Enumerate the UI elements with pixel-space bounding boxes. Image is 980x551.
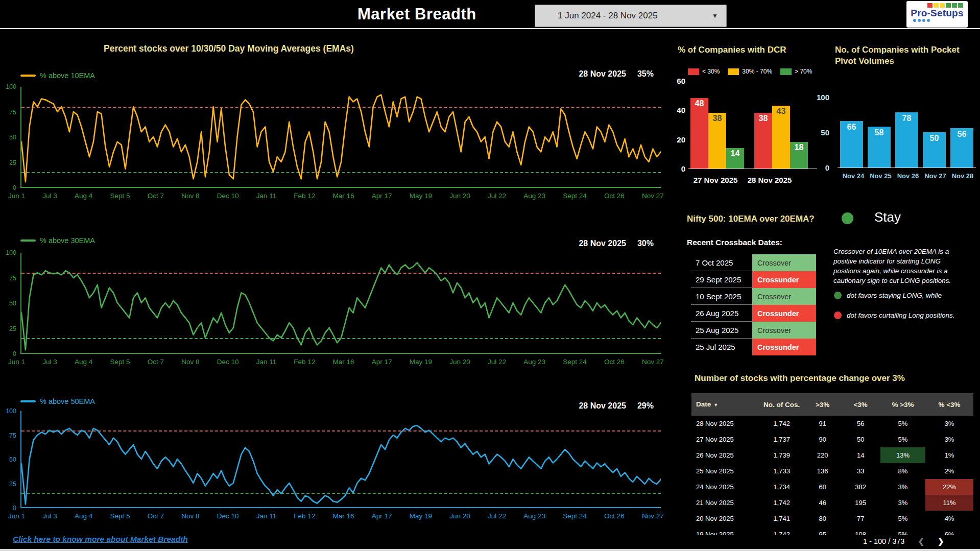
date-range-dropdown[interactable]: 1 Jun 2024 - 28 Nov 2025 ▼ <box>535 5 727 27</box>
legend-line-icon <box>20 239 36 242</box>
x-tick: Oct 7 <box>148 192 164 200</box>
table-cell: 46 <box>804 495 841 511</box>
y-tick: 50 <box>9 300 16 307</box>
bar-value-label: 14 <box>726 149 744 158</box>
table-cell: 1,742 <box>759 495 804 511</box>
column-header[interactable]: Date▼ <box>691 400 759 409</box>
table-row: 28 Nov 20251,74291565%3% <box>691 416 973 432</box>
logo-text: Pro-Setups <box>910 8 964 19</box>
table-row: 25 Nov 20251,733136338%2% <box>691 463 973 479</box>
legend-swatch-icon <box>780 68 792 75</box>
table-row: 24 Nov 20251,734603823%22% <box>691 479 973 495</box>
x-tick: Nov 27 <box>642 358 664 366</box>
y-axis-labels: 1007550250 <box>0 411 17 508</box>
table-cell: 3% <box>880 479 925 495</box>
pocket-pivot-category-labels: Nov 24Nov 25Nov 26Nov 27Nov 28 <box>840 172 976 180</box>
dcr-legend-item: 30% - 70% <box>728 68 772 75</box>
x-axis-labels: Jun 1Jul 3Aug 4Sept 5Oct 7Nov 8Dec 10Jan… <box>8 512 664 520</box>
next-page-icon[interactable]: ❯ <box>938 537 944 546</box>
table-cell: 3% <box>925 416 973 432</box>
column-header[interactable]: % <3% <box>925 401 973 409</box>
dcr-bar-group: 483814 <box>690 98 744 169</box>
y-tick: 100 <box>817 93 829 102</box>
latest-value-annotation: 28 Nov 202530% <box>531 239 654 248</box>
bar-value-label: 38 <box>708 114 726 123</box>
column-header[interactable]: No. of Cos. <box>759 401 804 409</box>
pct-change-table-title: Number of stocks with percentage change … <box>695 373 905 384</box>
pocket-pivot-baseline <box>838 167 976 168</box>
x-tick: Aug 23 <box>523 358 545 366</box>
legend-label: 30% - 70% <box>742 68 772 75</box>
x-tick: Jul 22 <box>488 358 506 366</box>
pocket-pivot-y-axis: 100500 <box>817 97 831 167</box>
logo-squares <box>910 3 963 8</box>
crossback-date: 25 Aug 2025 <box>691 322 752 339</box>
table-row: 29 Sept 2025Crossunder <box>691 271 816 288</box>
table-cell: 1,733 <box>759 463 804 479</box>
logo-square <box>952 3 957 8</box>
chart-legend: % above 50EMA <box>20 397 95 405</box>
x-tick: Jun 1 <box>8 192 25 200</box>
legend-label: % above 10EMA <box>40 71 95 80</box>
bar-value-label: 50 <box>923 134 946 143</box>
table-cell: 4% <box>925 511 973 526</box>
nifty-status: Stay <box>874 209 901 225</box>
prev-page-icon[interactable]: ❮ <box>918 537 924 546</box>
bar: 38 <box>708 113 726 169</box>
crossback-date: 10 Sept 2025 <box>691 288 752 305</box>
x-tick: Apr 17 <box>372 192 392 200</box>
dcr-category-labels: 27 Nov 202528 Nov 2025 <box>688 176 817 184</box>
x-tick: Oct 26 <box>604 192 625 200</box>
crossback-status: Crossover <box>752 322 816 339</box>
pro-setups-logo: Pro-Setups <box>906 1 968 28</box>
crossback-title: Recent Crossback Dates: <box>687 238 782 247</box>
bar: 78 <box>895 112 918 167</box>
y-tick: 25 <box>9 325 16 332</box>
legend-label: % above 50EMA <box>40 397 95 405</box>
logo-square <box>934 3 939 8</box>
pct-change-table: Date▼No. of Cos.>3%<3%% >3%% <3%28 Nov 2… <box>691 393 973 535</box>
y-tick: 100 <box>6 249 16 256</box>
annotation-date: 28 Nov 2025 <box>579 69 626 78</box>
x-tick: Jun 20 <box>449 512 470 520</box>
market-breadth-link[interactable]: Click here to know more about Market Bre… <box>13 535 188 544</box>
column-header[interactable]: % >3% <box>880 401 925 409</box>
x-tick: Jan 11 <box>256 358 277 366</box>
table-cell: 33 <box>841 463 880 479</box>
table-cell: 5% <box>880 511 925 526</box>
y-tick: 100 <box>6 83 16 90</box>
y-tick: 40 <box>677 106 685 114</box>
column-header[interactable]: <3% <box>841 401 880 409</box>
crossback-date: 7 Oct 2025 <box>691 254 752 271</box>
plot-area <box>20 87 661 188</box>
bar: 43 <box>772 106 790 169</box>
bar: 58 <box>868 127 891 167</box>
table-cell: 108 <box>841 526 880 535</box>
logo-square <box>946 3 951 8</box>
table-cell: 6% <box>925 526 973 535</box>
red-bullet: dot favors curtailing Long positions. <box>834 312 955 319</box>
y-tick: 50 <box>821 128 829 137</box>
bar: 18 <box>790 142 808 169</box>
bar-value-label: 18 <box>790 143 808 152</box>
legend-line-icon <box>20 75 36 77</box>
x-tick: Sept 5 <box>110 512 130 520</box>
table-cell: 56 <box>841 416 880 432</box>
table-cell: 5% <box>880 432 925 447</box>
table-row: 26 Aug 2025Crossunder <box>691 305 816 322</box>
table-row: 20 Nov 20251,74180775%4% <box>691 511 973 526</box>
table-cell: 90 <box>804 432 841 447</box>
crossback-date: 26 Aug 2025 <box>691 305 752 322</box>
bar: 14 <box>726 148 744 169</box>
x-tick: Dec 10 <box>217 512 239 520</box>
x-tick: Sept 5 <box>110 192 130 200</box>
latest-value-annotation: 28 Nov 202535% <box>531 69 654 79</box>
chevron-down-icon: ▼ <box>712 12 718 19</box>
y-tick: 50 <box>9 456 16 463</box>
bar-value-label: 38 <box>754 114 772 123</box>
x-tick: Sept 24 <box>563 512 587 520</box>
column-header[interactable]: >3% <box>804 401 841 409</box>
x-tick: Feb 12 <box>294 512 315 520</box>
annotation-value: 35% <box>637 69 654 78</box>
x-tick: Oct 26 <box>604 512 625 520</box>
